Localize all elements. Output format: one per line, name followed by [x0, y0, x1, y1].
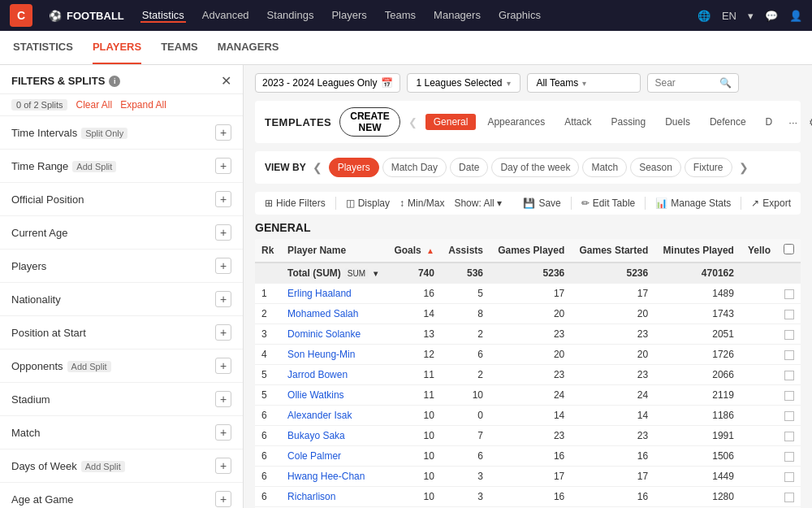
- filter-item-age-at-game[interactable]: Age at Game+: [0, 483, 243, 508]
- top-nav-link-advanced[interactable]: Advanced: [201, 9, 251, 23]
- league-selector[interactable]: 1 Leagues Selected ▾: [407, 73, 520, 93]
- filter-item-match[interactable]: Match+: [0, 416, 243, 449]
- filter-add-button[interactable]: +: [215, 224, 231, 241]
- col-games-started[interactable]: Games Started: [571, 239, 654, 263]
- expand-all-button[interactable]: Expand All: [120, 99, 166, 111]
- top-nav-link-statistics[interactable]: Statistics: [140, 9, 186, 23]
- display-button[interactable]: ◫ Display: [346, 198, 390, 209]
- clear-all-button[interactable]: Clear All: [76, 99, 112, 111]
- col-player-name[interactable]: Player Name: [281, 239, 387, 263]
- hide-filters-button[interactable]: ⊞ Hide Filters: [265, 198, 326, 209]
- col-minutes-played[interactable]: Minutes Played: [654, 239, 741, 263]
- col-games-played[interactable]: Games Played: [490, 239, 571, 263]
- view-tab-season[interactable]: Season: [630, 158, 681, 177]
- view-tab-fixture[interactable]: Fixture: [685, 158, 732, 177]
- view-tab-match[interactable]: Match: [582, 158, 627, 177]
- top-nav-link-standings[interactable]: Standings: [266, 9, 316, 23]
- filter-item-days-of-week[interactable]: Days of WeekAdd Split+: [0, 449, 243, 483]
- view-prev-button[interactable]: ❮: [313, 161, 322, 174]
- sport-selector[interactable]: ⚽ FOOTBALL: [49, 10, 124, 22]
- template-tab-attack[interactable]: Attack: [556, 114, 599, 130]
- more-templates-button[interactable]: ···: [788, 116, 797, 128]
- template-tab-general[interactable]: General: [425, 114, 477, 130]
- filter-add-button[interactable]: +: [215, 424, 231, 441]
- row-player-name[interactable]: Ollie Watkins: [281, 385, 387, 406]
- row-player-name[interactable]: Cole Palmer: [281, 446, 387, 467]
- row-checkbox-cell[interactable]: [777, 365, 801, 385]
- row-player-name[interactable]: Hwang Hee-Chan: [281, 467, 387, 487]
- filter-add-button[interactable]: +: [215, 391, 231, 407]
- chat-icon[interactable]: 💬: [765, 10, 778, 22]
- row-checkbox-cell[interactable]: [777, 426, 801, 446]
- row-checkbox-cell[interactable]: [777, 345, 801, 365]
- settings-icon[interactable]: ⚙: [809, 116, 812, 128]
- sub-nav-item-managers[interactable]: MANAGERS: [218, 31, 279, 64]
- save-button[interactable]: 💾 Save: [523, 198, 560, 209]
- row-player-name[interactable]: Dominic Solanke: [281, 324, 387, 345]
- view-tab-day-of-the-week[interactable]: Day of the week: [491, 158, 579, 177]
- filter-add-button[interactable]: +: [215, 491, 231, 507]
- row-player-name[interactable]: Bukayo Saka: [281, 426, 387, 446]
- lang-label[interactable]: EN: [722, 10, 736, 22]
- filter-add-button[interactable]: +: [215, 191, 231, 207]
- template-tab-duels[interactable]: Duels: [657, 114, 698, 130]
- view-tab-date[interactable]: Date: [450, 158, 488, 177]
- col-goals[interactable]: Goals ▲: [387, 239, 441, 263]
- view-tab-match-day[interactable]: Match Day: [382, 158, 447, 177]
- row-checkbox-cell[interactable]: [777, 385, 801, 406]
- col-assists[interactable]: Assists: [441, 239, 490, 263]
- info-icon[interactable]: i: [109, 76, 120, 87]
- row-checkbox-cell[interactable]: [777, 446, 801, 467]
- create-new-button[interactable]: CREATE NEW: [339, 107, 400, 137]
- filter-item-time-range[interactable]: Time RangeAdd Split+: [0, 150, 243, 183]
- row-checkbox-cell[interactable]: [777, 467, 801, 487]
- sub-nav-item-statistics[interactable]: STATISTICS: [13, 31, 73, 64]
- user-icon[interactable]: 👤: [789, 10, 802, 22]
- manage-stats-button[interactable]: 📊 Manage Stats: [655, 198, 731, 209]
- export-button[interactable]: ↗ Export: [751, 198, 791, 209]
- filter-item-opponents[interactable]: OpponentsAdd Split+: [0, 350, 243, 383]
- filter-item-position-at-start[interactable]: Position at Start+: [0, 316, 243, 350]
- col-yellow[interactable]: Yello: [741, 239, 777, 263]
- template-tab-defence[interactable]: Defence: [702, 114, 754, 130]
- top-nav-link-teams[interactable]: Teams: [383, 9, 417, 23]
- row-checkbox-cell[interactable]: [777, 406, 801, 426]
- team-selector[interactable]: All Teams ▾: [527, 73, 641, 93]
- filter-add-button[interactable]: +: [215, 258, 231, 274]
- filter-item-official-position[interactable]: Official Position+: [0, 183, 243, 216]
- filter-add-button[interactable]: +: [215, 291, 231, 307]
- template-tab-d[interactable]: D: [758, 114, 781, 130]
- filter-item-current-age[interactable]: Current Age+: [0, 216, 243, 250]
- date-range-selector[interactable]: 2023 - 2024 Leagues Only 📅: [255, 73, 400, 93]
- filter-add-button[interactable]: +: [215, 158, 231, 174]
- close-sidebar-button[interactable]: ✕: [221, 73, 231, 89]
- row-checkbox-cell[interactable]: [777, 284, 801, 304]
- filter-item-time-intervals[interactable]: Time IntervalsSplit Only+: [0, 116, 243, 150]
- show-selector[interactable]: Show: All ▾: [454, 198, 501, 209]
- template-tab-passing[interactable]: Passing: [603, 114, 654, 130]
- top-nav-link-players[interactable]: Players: [330, 9, 368, 23]
- filter-item-stadium[interactable]: Stadium+: [0, 383, 243, 416]
- row-player-name[interactable]: Richarlison: [281, 487, 387, 507]
- sub-nav-item-players[interactable]: PLAYERS: [93, 31, 141, 64]
- top-nav-link-graphics[interactable]: Graphics: [497, 9, 542, 23]
- filter-add-button[interactable]: +: [215, 324, 231, 341]
- minmax-button[interactable]: ↕ Min/Max: [400, 198, 444, 209]
- total-label[interactable]: Total (SUM) SUM ▾: [281, 263, 387, 284]
- filter-add-button[interactable]: +: [215, 124, 231, 141]
- search-input[interactable]: [654, 77, 719, 89]
- view-next-button[interactable]: ❯: [739, 161, 749, 174]
- search-box[interactable]: 🔍: [647, 73, 739, 93]
- view-tab-players[interactable]: Players: [329, 158, 379, 177]
- row-player-name[interactable]: Erling Haaland: [281, 284, 387, 304]
- row-player-name[interactable]: Alexander Isak: [281, 406, 387, 426]
- row-checkbox-cell[interactable]: [777, 304, 801, 324]
- filter-add-button[interactable]: +: [215, 358, 231, 374]
- filter-add-button[interactable]: +: [215, 458, 231, 474]
- edit-table-button[interactable]: ✏ Edit Table: [581, 198, 635, 209]
- filter-item-players[interactable]: Players+: [0, 250, 243, 283]
- row-checkbox-cell[interactable]: [777, 324, 801, 345]
- row-player-name[interactable]: Son Heung-Min: [281, 345, 387, 365]
- row-player-name[interactable]: Jarrod Bowen: [281, 365, 387, 385]
- row-checkbox-cell[interactable]: [777, 487, 801, 507]
